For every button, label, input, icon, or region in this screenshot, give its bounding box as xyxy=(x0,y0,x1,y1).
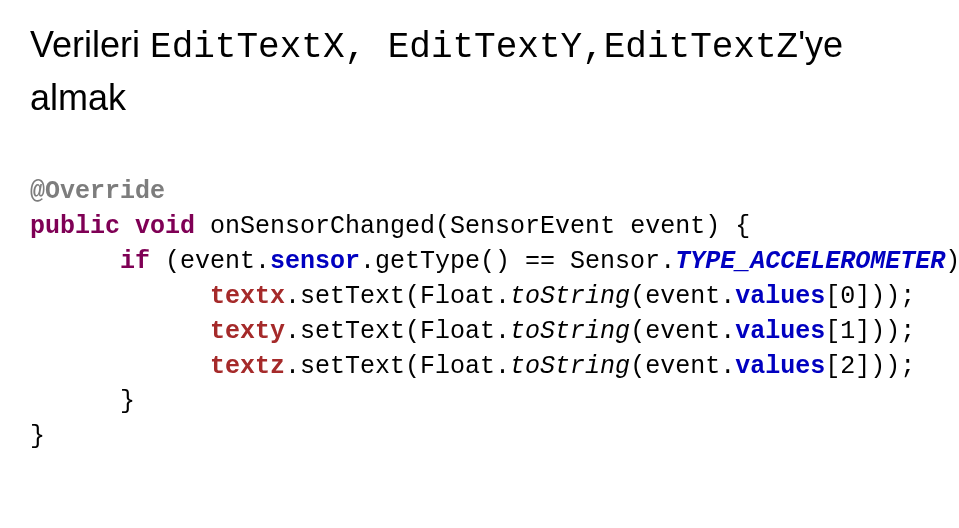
title-text-1: Verileri xyxy=(30,24,150,65)
code-dot-set-1: .setText(Float. xyxy=(285,282,510,311)
slide-title: Verileri EditTextX, EditTextY,EditTextZ'… xyxy=(30,20,929,124)
code-dot-set-2: .setText(Float. xyxy=(285,317,510,346)
code-ev-open-3: (event. xyxy=(630,352,735,381)
code-tostring-3: toString xyxy=(510,352,630,381)
code-textz: textz xyxy=(210,352,285,381)
title-mono-2: EditTextY xyxy=(388,27,582,68)
code-cond-open: (event. xyxy=(150,247,270,276)
code-values-1: values xyxy=(735,282,825,311)
code-idx1: [1])); xyxy=(825,317,915,346)
code-void: void xyxy=(135,212,195,241)
code-ev-open-1: (event. xyxy=(630,282,735,311)
code-block: @Override public void onSensorChanged(Se… xyxy=(30,174,929,454)
code-override: @Override xyxy=(30,177,165,206)
code-ev-open-2: (event. xyxy=(630,317,735,346)
code-if: if xyxy=(120,247,150,276)
code-values-3: values xyxy=(735,352,825,381)
title-mono-3: EditTextZ xyxy=(604,27,798,68)
code-tostring-2: toString xyxy=(510,317,630,346)
code-texty: texty xyxy=(210,317,285,346)
code-tostring-1: toString xyxy=(510,282,630,311)
code-idx0: [0])); xyxy=(825,282,915,311)
code-public: public xyxy=(30,212,120,241)
code-cond-close: ) { xyxy=(945,247,959,276)
code-values-2: values xyxy=(735,317,825,346)
code-dot-set-3: .setText(Float. xyxy=(285,352,510,381)
code-method-sig: onSensorChanged(SensorEvent event) { xyxy=(210,212,750,241)
code-textx: textx xyxy=(210,282,285,311)
code-idx2: [2])); xyxy=(825,352,915,381)
code-type-accel: TYPE_ACCELEROMETER xyxy=(675,247,945,276)
code-brace-outer: } xyxy=(30,422,45,451)
code-gettype: .getType() == Sensor. xyxy=(360,247,675,276)
title-sep-1: , xyxy=(344,27,387,68)
title-mono-1: EditTextX xyxy=(150,27,344,68)
code-sensor-field: sensor xyxy=(270,247,360,276)
title-sep-2: , xyxy=(582,27,604,68)
code-brace-inner: } xyxy=(120,387,135,416)
